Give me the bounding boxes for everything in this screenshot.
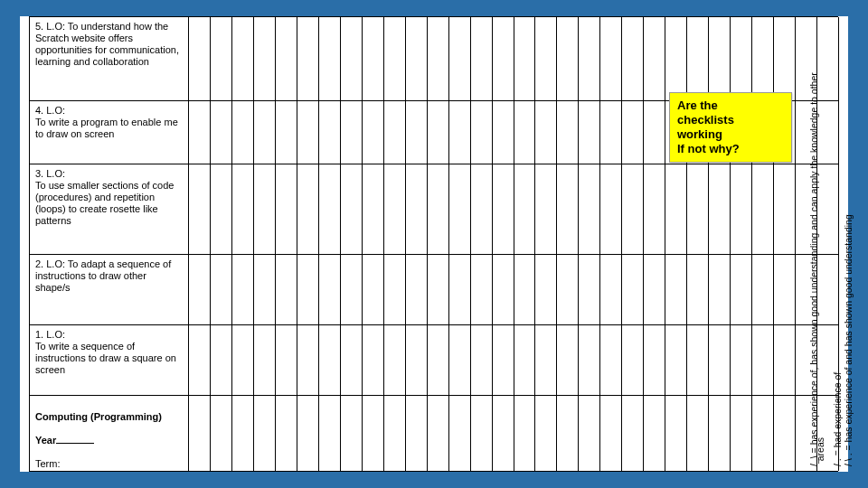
objective-row-5: 5. L.O: To understand how the Scratch we… <box>30 17 838 100</box>
legend-line-12: / . = had experience of/ \ . = has exper… <box>832 43 854 466</box>
objective-row-2: 2. L.O: To adapt a sequence ofinstructio… <box>30 254 838 324</box>
subject-title: Computing (Programming) <box>35 411 162 422</box>
objective-text: 4. L.O:To write a program to enable me t… <box>35 105 183 140</box>
legend-line-3: /_\ = has experience of, has shown good … <box>808 43 819 466</box>
legend-areas-label: areas <box>815 437 826 461</box>
assessment-grid: 5. L.O: To understand how the Scratch we… <box>29 16 838 472</box>
objective-cell: 2. L.O: To adapt a sequence ofinstructio… <box>30 255 188 324</box>
term-label: Term: <box>35 458 61 469</box>
header-cell: Computing (Programming) Year Term: <box>30 396 188 473</box>
objective-text: 5. L.O: To understand how the Scratch we… <box>35 21 183 68</box>
sticky-note: Are the checklists working If not why? <box>669 92 792 163</box>
year-blank <box>56 443 94 444</box>
header-text: Computing (Programming) Year Term: <box>35 399 183 470</box>
objective-text: 2. L.O: To adapt a sequence ofinstructio… <box>35 258 183 294</box>
objective-text: 3. L.O:To use smaller sections of code (… <box>35 168 183 227</box>
objective-row-3: 3. L.O:To use smaller sections of code (… <box>30 164 838 254</box>
document-page: 5. L.O: To understand how the Scratch we… <box>20 16 848 472</box>
objective-row-1: 1. L.O:To write a sequence of instructio… <box>30 324 838 395</box>
objective-cell: 4. L.O:To write a program to enable me t… <box>30 101 188 164</box>
year-label: Year <box>35 435 56 446</box>
legend-key: / . = had experience of/ \ . = has exper… <box>807 43 846 466</box>
objective-cell: 3. L.O:To use smaller sections of code (… <box>30 164 188 254</box>
header-row: Computing (Programming) Year Term: <box>30 395 838 473</box>
objective-text: 1. L.O:To write a sequence of instructio… <box>35 329 183 376</box>
objective-cell: 5. L.O: To understand how the Scratch we… <box>30 17 188 100</box>
objective-cell: 1. L.O:To write a sequence of instructio… <box>30 325 188 395</box>
